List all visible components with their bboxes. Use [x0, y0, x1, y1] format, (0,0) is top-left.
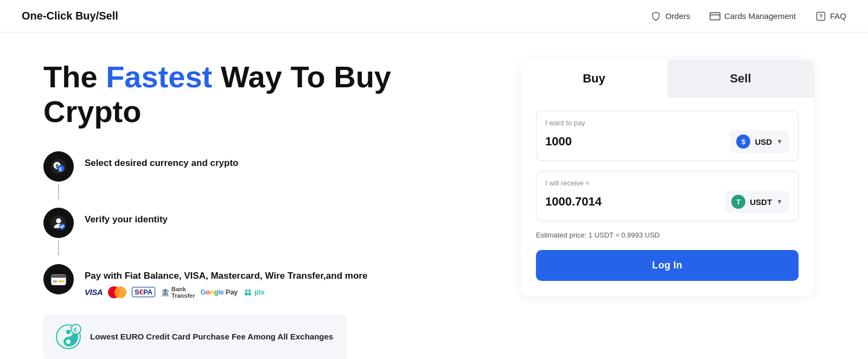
cards-icon: [710, 11, 720, 22]
step-verify: Verify your identity: [43, 208, 477, 258]
gpay-icon: Google Pay: [200, 288, 238, 296]
step-select-icon: $ $: [43, 151, 74, 182]
tabs: Buy Sell: [521, 60, 814, 98]
pay-value[interactable]: 1000: [545, 134, 572, 149]
login-button[interactable]: Log In: [536, 250, 799, 281]
receive-row: 1000.7014 T USDT ▼: [545, 190, 789, 213]
step-select: $ $ Select desired currency and crypto: [43, 151, 477, 201]
receive-currency-selector[interactable]: T USDT ▼: [725, 190, 789, 213]
receive-currency-name: USDT: [750, 197, 772, 207]
tab-sell[interactable]: Sell: [667, 60, 814, 98]
nav-faq[interactable]: ? FAQ: [815, 11, 846, 22]
svg-rect-0: [710, 12, 720, 20]
pay-input-group: I want to pay 1000 $ USD ▼: [536, 111, 799, 161]
hero-title-pre: The: [43, 60, 106, 94]
estimated-label: Estimated price:: [536, 231, 586, 239]
estimated-price: Estimated price: 1 USDT ≈ 0.9993 USD: [536, 231, 799, 239]
pay-row: 1000 $ USD ▼: [545, 130, 789, 153]
pix-icon: pix: [243, 287, 265, 297]
pay-label: I want to pay: [545, 119, 789, 127]
promo-banner: € Lowest EURO Credit Card Purchase Fee A…: [43, 314, 347, 359]
receive-label: I will receive ≈: [545, 179, 789, 187]
header-nav: Orders Cards Management ? FAQ: [650, 11, 846, 22]
nav-orders[interactable]: Orders: [650, 11, 690, 22]
nav-cards-label: Cards Management: [724, 11, 796, 21]
step-select-icon-wrap: $ $: [43, 151, 74, 201]
svg-point-17: [66, 330, 71, 334]
logo: One-Click Buy/Sell: [22, 10, 118, 22]
bank-transfer-icon: 🏦 BankTransfer: [161, 286, 195, 299]
hero-title: The Fastest Way To Buy Crypto: [43, 60, 477, 130]
receive-input-group: I will receive ≈ 1000.7014 T USDT ▼: [536, 171, 799, 221]
step-connector-1: [58, 184, 59, 199]
step-pay-icon: [43, 264, 74, 294]
pay-currency-name: USD: [755, 137, 772, 146]
svg-text:$: $: [59, 166, 62, 171]
banner-icon: €: [55, 324, 81, 350]
svg-text:€: €: [74, 326, 77, 333]
svg-text:?: ?: [819, 12, 822, 19]
buy-sell-panel: Buy Sell I want to pay 1000 $ USD ▼: [521, 60, 814, 296]
left-column: The Fastest Way To Buy Crypto $ $: [43, 60, 477, 359]
right-column: Buy Sell I want to pay 1000 $ USD ▼: [521, 60, 814, 359]
step-verify-text: Verify your identity: [85, 208, 168, 227]
tab-buy[interactable]: Buy: [521, 60, 667, 98]
orders-icon: [650, 11, 661, 22]
step-pay-text: Pay with Fiat Balance, VISA, Mastercard,…: [85, 264, 367, 299]
step-select-text: Select desired currency and crypto: [85, 151, 238, 171]
pay-currency-selector[interactable]: $ USD ▼: [730, 130, 789, 153]
usdt-icon: T: [731, 195, 745, 209]
receive-value[interactable]: 1000.7014: [545, 195, 602, 209]
steps-list: $ $ Select desired currency and crypto: [43, 151, 477, 299]
step-connector-2: [58, 240, 59, 255]
payment-icons: VISA S€PA 🏦 BankTransfer Google Pay: [85, 286, 367, 299]
step-verify-icon-wrap: [43, 208, 74, 258]
panel-body: I want to pay 1000 $ USD ▼ I will receiv…: [521, 98, 814, 296]
svg-point-18: [66, 339, 71, 344]
step-verify-title: Verify your identity: [85, 214, 168, 225]
svg-rect-14: [53, 280, 58, 283]
usd-icon: $: [736, 134, 750, 149]
nav-faq-label: FAQ: [830, 11, 846, 21]
step-pay-icon-wrap: [43, 264, 74, 294]
main-content: The Fastest Way To Buy Crypto $ $: [0, 33, 868, 359]
receive-currency-chevron: ▼: [776, 198, 783, 206]
banner-text: Lowest EURO Credit Card Purchase Fee Amo…: [90, 331, 333, 342]
visa-icon: VISA: [85, 287, 103, 297]
step-pay: Pay with Fiat Balance, VISA, Mastercard,…: [43, 264, 477, 299]
step-pay-title: Pay with Fiat Balance, VISA, Mastercard,…: [85, 271, 367, 281]
svg-point-10: [56, 218, 61, 223]
svg-rect-15: [59, 280, 65, 283]
pay-currency-chevron: ▼: [776, 138, 783, 145]
mastercard-icon: [108, 286, 126, 298]
svg-rect-13: [52, 274, 66, 278]
sepa-icon: S€PA: [132, 287, 155, 297]
estimated-value: 1 USDT ≈ 0.9993 USD: [589, 231, 660, 239]
nav-orders-label: Orders: [665, 11, 690, 21]
nav-cards[interactable]: Cards Management: [710, 11, 796, 22]
step-verify-icon: [43, 208, 74, 238]
header: One-Click Buy/Sell Orders Cards Manageme…: [0, 0, 868, 33]
step-select-title: Select desired currency and crypto: [85, 158, 238, 169]
faq-icon: ?: [815, 11, 826, 22]
hero-title-highlight: Fastest: [106, 60, 212, 94]
